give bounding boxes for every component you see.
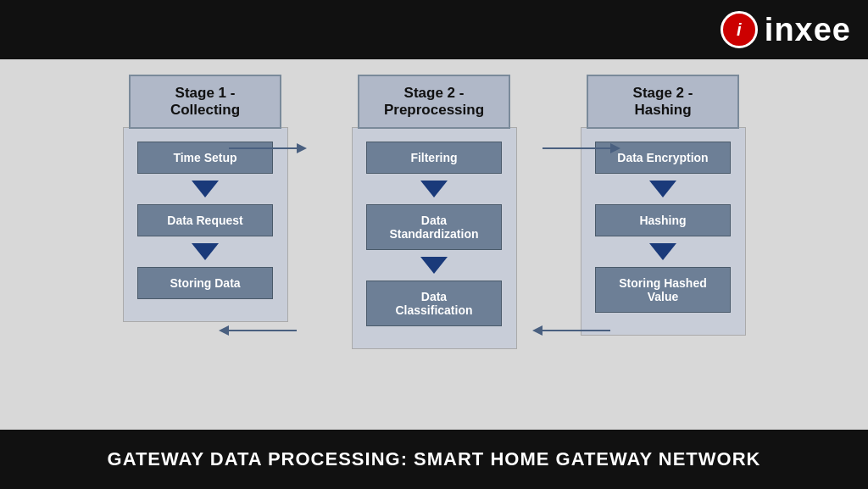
stage-header-2: Stage 2 -Preprocessing [358, 75, 510, 129]
svg-marker-1 [297, 143, 307, 153]
svg-marker-7 [532, 325, 542, 336]
stage-header-1: Stage 1 -Collecting [129, 75, 281, 129]
bottom-title: GATEWAY DATA PROCESSING: SMART HOME GATE… [108, 447, 761, 472]
stage-header-3: Stage 2 -Hashing [587, 75, 739, 129]
svg-marker-3 [219, 325, 229, 336]
connectors-svg [0, 0, 868, 489]
svg-marker-5 [610, 143, 620, 153]
bottom-bar: GATEWAY DATA PROCESSING: SMART HOME GATE… [0, 430, 868, 489]
